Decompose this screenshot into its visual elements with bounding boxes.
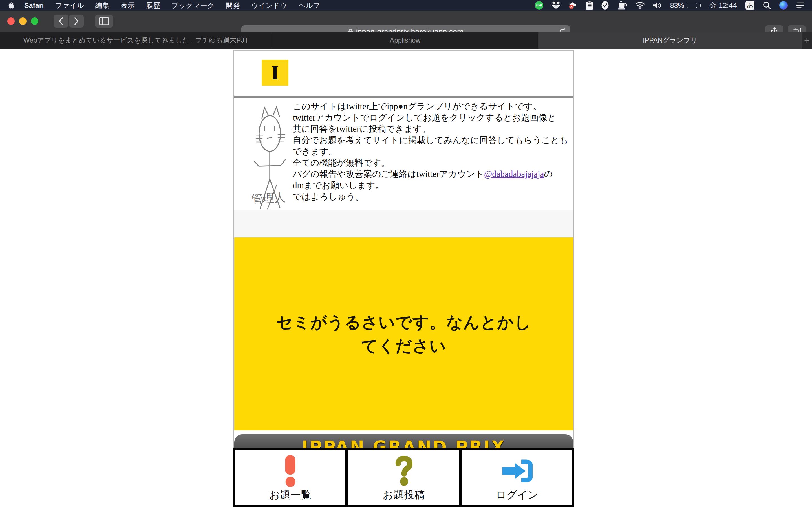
notification-center-icon[interactable] xyxy=(796,1,805,10)
banner-gap xyxy=(234,431,573,434)
forward-button[interactable] xyxy=(69,15,84,27)
admin-cat-drawing: 管理人 xyxy=(252,102,288,210)
battery-icon xyxy=(687,3,697,8)
wifi-icon[interactable] xyxy=(635,1,645,10)
page-column: I 管理人 xyxy=(234,50,574,507)
browser-toolbar: ippan-grandprix.herokuapp.com xyxy=(0,11,812,32)
sidebar-toggle-button[interactable] xyxy=(95,15,113,27)
intro-section: 管理人 このサイトはtwitter上でipp●nグランプリができるサイトです。 … xyxy=(234,98,573,210)
menu-item-view[interactable]: 表示 xyxy=(121,1,135,10)
status-area: LINE 83% xyxy=(535,1,805,10)
tab-ippan-grandprix[interactable]: IPPANグランプリ xyxy=(539,32,802,49)
back-button[interactable] xyxy=(54,15,68,27)
menu-items: Safari ファイル 編集 表示 履歴 ブックマーク 開発 ウインドウ ヘルプ xyxy=(24,1,320,10)
topic-banner[interactable]: セミがうるさいです。なんとかし てください xyxy=(234,237,573,431)
intro-line: 自分でお題を考えてサイトに掲載してみんなに回答してもらうことも xyxy=(293,135,572,146)
battery-indicator[interactable]: 83% xyxy=(670,1,701,10)
intro-line: dmまでお願いします。 xyxy=(293,180,572,191)
clipboard-icon[interactable] xyxy=(586,1,593,10)
screen: Safari ファイル 編集 表示 履歴 ブックマーク 開発 ウインドウ ヘルプ… xyxy=(0,0,812,507)
battery-percent: 83% xyxy=(670,1,684,10)
tab-applishow[interactable]: Applishow xyxy=(272,32,539,49)
site-logo[interactable]: I xyxy=(262,60,289,86)
question-icon xyxy=(395,453,412,487)
topic-list-label: お題一覧 xyxy=(269,488,311,502)
site-header: I xyxy=(234,51,573,96)
header-divider xyxy=(234,96,573,98)
line-app-icon[interactable]: LINE xyxy=(535,1,543,10)
menu-item-history[interactable]: 履歴 xyxy=(146,1,160,10)
site-logo-letter: I xyxy=(271,61,279,84)
login-label: ログイン xyxy=(496,488,539,502)
menu-item-bookmarks[interactable]: ブックマーク xyxy=(171,1,214,10)
dropbox-icon[interactable] xyxy=(552,1,560,10)
spotlight-search-icon[interactable] xyxy=(763,1,771,10)
nav-buttons xyxy=(54,15,84,27)
window-controls xyxy=(7,17,38,25)
topic-banner-line1: セミがうるさいです。なんとかし xyxy=(276,311,531,334)
topic-list-button[interactable]: お題一覧 xyxy=(235,450,345,505)
tab-bar: Webアプリをまとめているサービスを探してみました - プチゆる週末PJT Ap… xyxy=(0,32,812,49)
new-tab-button[interactable]: + xyxy=(802,32,812,49)
apple-menu-icon[interactable] xyxy=(8,2,15,9)
intro-text: このサイトはtwitter上でipp●nグランプリができるサイトです。 twit… xyxy=(293,101,572,202)
minimize-window-button[interactable] xyxy=(19,17,27,25)
coffee-cup-icon[interactable] xyxy=(617,1,627,10)
zoom-window-button[interactable] xyxy=(31,17,38,25)
topic-post-button[interactable]: お題投稿 xyxy=(349,450,459,505)
page-viewport: I 管理人 xyxy=(0,49,812,507)
twitter-handle-link[interactable]: @dabadabajajaja xyxy=(484,169,544,179)
contact-text-suffix: の xyxy=(544,169,553,179)
login-arrow-icon xyxy=(502,453,532,487)
menu-bar: Safari ファイル 編集 表示 履歴 ブックマーク 開発 ウインドウ ヘルプ… xyxy=(0,0,812,11)
intro-line: できます。 xyxy=(293,146,572,157)
bottom-button-row: お題一覧 お題投稿 ログイン xyxy=(234,448,574,507)
intro-line: このサイトはtwitter上でipp●nグランプリができるサイトです。 xyxy=(293,101,572,112)
menu-item-help[interactable]: ヘルプ xyxy=(299,1,320,10)
topic-banner-line2: てください xyxy=(361,334,446,358)
intro-line: 共に回答をtwitterに投稿できます。 xyxy=(293,123,572,135)
volume-icon[interactable] xyxy=(653,1,662,10)
intro-line: 全ての機能が無料です。 xyxy=(293,157,572,168)
contact-text: バグの報告や改善案のご連絡はtwitterアカウント xyxy=(293,169,484,179)
menu-bar-clock[interactable]: 金 12:44 xyxy=(709,1,737,10)
intro-line: twitterアカウントでログインしてお題をクリックするとお題画像と xyxy=(293,112,572,123)
siri-icon[interactable] xyxy=(779,1,788,10)
close-window-button[interactable] xyxy=(7,17,15,25)
section-spacer xyxy=(234,210,573,237)
intro-line: バグの報告や改善案のご連絡はtwitterアカウント@dabadabajajaj… xyxy=(293,168,572,180)
checkmark-shield-icon[interactable] xyxy=(601,1,609,10)
menu-item-edit[interactable]: 編集 xyxy=(95,1,109,10)
tab-webapp-services[interactable]: Webアプリをまとめているサービスを探してみました - プチゆる週末PJT xyxy=(0,32,272,49)
exclamation-icon xyxy=(284,453,297,487)
topic-post-label: お題投稿 xyxy=(383,488,425,502)
menu-item-safari[interactable]: Safari xyxy=(24,1,44,10)
admin-caption: 管理人 xyxy=(252,191,286,205)
intro-line: ではよろしゅう。 xyxy=(293,191,572,202)
login-button[interactable]: ログイン xyxy=(462,450,572,505)
menu-item-file[interactable]: ファイル xyxy=(55,1,84,10)
menu-item-window[interactable]: ウインドウ xyxy=(251,1,287,10)
app-error-badge-icon[interactable] xyxy=(569,1,578,10)
menu-item-develop[interactable]: 開発 xyxy=(226,1,240,10)
input-method-icon[interactable]: あ xyxy=(746,1,755,10)
